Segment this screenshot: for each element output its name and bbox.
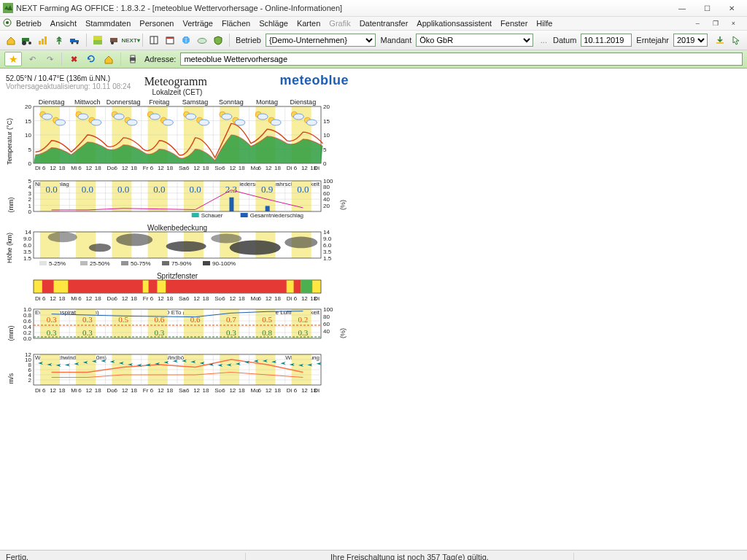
menu-karten[interactable]: Karten bbox=[297, 19, 320, 28]
clouds-panel: Wolkenbedeckung1.51.53.53.56.06.09.09.01… bbox=[6, 225, 743, 271]
truck-icon[interactable] bbox=[69, 33, 82, 47]
calendar-icon[interactable] bbox=[163, 33, 177, 47]
svg-text:Sonntag: Sonntag bbox=[219, 98, 244, 106]
svg-text:12: 12 bbox=[301, 387, 308, 394]
svg-rect-6 bbox=[39, 41, 41, 44]
menu-grafik[interactable]: Grafik bbox=[329, 19, 350, 28]
shield-icon[interactable] bbox=[212, 33, 225, 47]
address-input[interactable] bbox=[180, 52, 743, 66]
menu-datentransfer[interactable]: Datentransfer bbox=[360, 19, 409, 28]
next-icon[interactable]: NEXT▾ bbox=[123, 33, 138, 47]
precip-ylabel: (mm) bbox=[7, 198, 15, 213]
print-button[interactable] bbox=[125, 52, 140, 66]
mdi-controls: – ❐ × bbox=[696, 20, 744, 27]
menu-hilfe[interactable]: Hilfe bbox=[536, 19, 552, 28]
cursor-icon[interactable] bbox=[729, 33, 743, 47]
svg-text:18: 18 bbox=[131, 165, 137, 171]
menu-applikationsassistent[interactable]: Applikationsassistent bbox=[417, 19, 492, 28]
svg-text:9.0: 9.0 bbox=[323, 236, 332, 242]
svg-rect-219 bbox=[294, 280, 301, 293]
menu-flaechen[interactable]: Flächen bbox=[222, 19, 250, 28]
crop-icon[interactable] bbox=[53, 33, 66, 47]
stop-button[interactable]: ✖ bbox=[66, 52, 81, 66]
svg-text:12: 12 bbox=[50, 387, 56, 394]
erntejahr-select[interactable]: 2019 bbox=[673, 34, 708, 47]
menu-betrieb[interactable]: Betrieb bbox=[16, 19, 42, 28]
import-icon[interactable] bbox=[713, 33, 727, 47]
window-maximize-button[interactable]: ☐ bbox=[694, 1, 719, 15]
machine-icon[interactable] bbox=[107, 33, 120, 47]
menu-schlaege[interactable]: Schläge bbox=[259, 19, 288, 28]
field-icon[interactable] bbox=[91, 33, 104, 47]
svg-text:12: 12 bbox=[158, 165, 164, 171]
svg-text:6: 6 bbox=[186, 165, 190, 171]
svg-text:9.0: 9.0 bbox=[23, 236, 32, 242]
svg-text:6: 6 bbox=[222, 165, 225, 171]
chart-icon[interactable] bbox=[36, 33, 50, 47]
menu-vertraege[interactable]: Verträge bbox=[182, 19, 213, 28]
book-icon[interactable] bbox=[147, 33, 160, 47]
back-button[interactable]: ↶ bbox=[25, 52, 39, 66]
menu-system-icon[interactable] bbox=[3, 18, 12, 28]
svg-text:0.0: 0.0 bbox=[82, 184, 93, 195]
window-close-button[interactable]: ✕ bbox=[719, 1, 744, 15]
betrieb-select[interactable]: {Demo-Unternehmen} bbox=[266, 34, 376, 47]
refresh-button[interactable] bbox=[84, 52, 98, 66]
menu-fenster[interactable]: Fenster bbox=[500, 19, 527, 28]
mdi-restore-button[interactable]: ❐ bbox=[713, 20, 719, 27]
svg-text:Dienstag: Dienstag bbox=[290, 98, 317, 106]
svg-text:0.0: 0.0 bbox=[23, 335, 32, 342]
svg-text:0.3: 0.3 bbox=[82, 328, 93, 337]
app-icon bbox=[3, 3, 13, 13]
meteoblue-brand: meteoblue bbox=[279, 73, 349, 88]
svg-text:18: 18 bbox=[239, 295, 245, 302]
toolbar-ellipsis: ... bbox=[541, 36, 547, 44]
mandant-select[interactable]: Öko GbR bbox=[416, 34, 533, 47]
svg-text:0: 0 bbox=[28, 209, 32, 215]
svg-text:6: 6 bbox=[186, 295, 190, 302]
svg-point-4 bbox=[22, 41, 26, 45]
svg-text:15: 15 bbox=[323, 118, 330, 125]
svg-text:Di: Di bbox=[287, 165, 293, 171]
temp-ylabel: Temperatur (°C) bbox=[6, 118, 13, 165]
mdi-close-button[interactable]: × bbox=[732, 20, 735, 27]
home-icon[interactable] bbox=[4, 33, 18, 47]
home-button[interactable] bbox=[101, 52, 116, 66]
svg-rect-216 bbox=[68, 280, 142, 293]
svg-text:0.3: 0.3 bbox=[82, 315, 93, 324]
toolbar-separator bbox=[229, 34, 230, 47]
mdi-minimize-button[interactable]: – bbox=[696, 20, 700, 27]
svg-text:18: 18 bbox=[202, 295, 209, 302]
svg-text:12: 12 bbox=[25, 353, 31, 358]
favorite-button[interactable]: ★ bbox=[4, 52, 22, 66]
svg-text:18: 18 bbox=[95, 295, 101, 302]
svg-point-87 bbox=[235, 120, 245, 125]
svg-text:Sa: Sa bbox=[179, 165, 186, 171]
menu-stammdaten[interactable]: Stammdaten bbox=[85, 19, 131, 28]
svg-text:6.0: 6.0 bbox=[323, 242, 332, 249]
svg-text:0.0: 0.0 bbox=[297, 184, 309, 195]
menu-ansicht[interactable]: Ansicht bbox=[50, 19, 77, 28]
forward-button[interactable]: ↷ bbox=[42, 52, 57, 66]
menu-personen[interactable]: Personen bbox=[139, 19, 174, 28]
globe-icon[interactable] bbox=[179, 33, 193, 47]
svg-text:100: 100 bbox=[323, 179, 333, 184]
svg-text:14: 14 bbox=[323, 229, 330, 236]
svg-rect-207 bbox=[121, 261, 128, 265]
svg-text:18: 18 bbox=[202, 165, 209, 171]
svg-text:12: 12 bbox=[85, 387, 92, 394]
svg-text:1.0: 1.0 bbox=[23, 308, 32, 313]
tractor-icon[interactable] bbox=[20, 33, 34, 47]
svg-text:4: 4 bbox=[28, 184, 32, 190]
datum-label: Datum bbox=[553, 36, 576, 44]
svg-text:12: 12 bbox=[266, 387, 272, 394]
window-minimize-button[interactable]: — bbox=[670, 1, 694, 15]
svg-rect-203 bbox=[39, 261, 47, 265]
svg-text:6: 6 bbox=[222, 387, 225, 394]
cloud-icon[interactable] bbox=[196, 33, 209, 47]
svg-text:Spritzfenster: Spritzfenster bbox=[157, 273, 198, 280]
svg-text:5: 5 bbox=[28, 179, 32, 184]
datum-input[interactable] bbox=[581, 34, 632, 47]
svg-text:0.0: 0.0 bbox=[190, 184, 201, 195]
svg-text:12: 12 bbox=[229, 165, 236, 171]
